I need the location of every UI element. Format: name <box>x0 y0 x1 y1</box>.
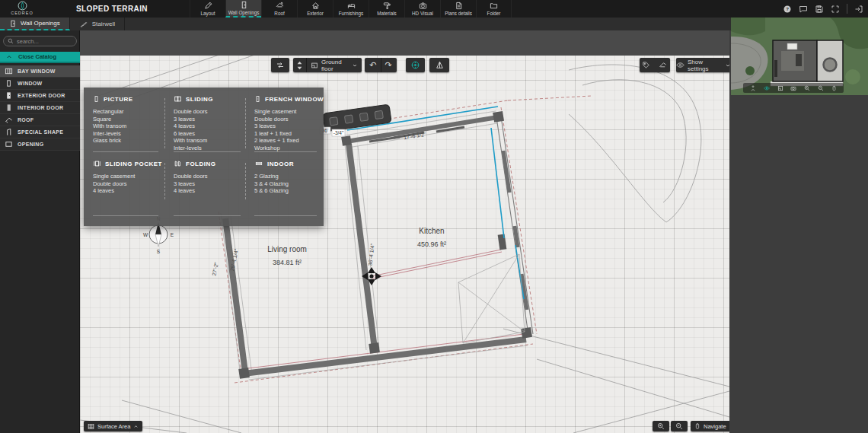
catalog-item[interactable]: 4 leaves <box>174 187 246 195</box>
widget-button-2[interactable] <box>344 115 353 123</box>
catalog-item[interactable]: With transom <box>174 137 246 145</box>
catalog-item[interactable]: Double doors <box>254 116 321 123</box>
room-area-living-room: 384.81 ft² <box>273 259 302 266</box>
cedreo-logo[interactable]: CEDREO <box>5 1 40 15</box>
plan-view-icon[interactable] <box>777 85 783 91</box>
stairs-outline[interactable] <box>458 254 525 343</box>
catalog-item[interactable]: 6 leaves <box>174 130 246 138</box>
catalog-item[interactable]: With transom <box>93 123 163 130</box>
catalog-item[interactable]: 3 leaves <box>174 180 246 188</box>
top-bar: CEDREO SLOPED TERRAIN Layout Wall Openin… <box>0 0 868 18</box>
tab-materials[interactable]: Materials <box>369 0 404 18</box>
catalog-item[interactable]: 5 & 6 Glazing <box>254 187 321 195</box>
compass-icon <box>410 60 420 70</box>
catalog-item[interactable]: Square <box>93 116 163 123</box>
compass-toggle-button[interactable] <box>406 58 425 72</box>
catalog-item[interactable]: 3 leaves <box>254 123 321 130</box>
tab-folder[interactable]: Folder <box>476 0 512 18</box>
catalog-item[interactable]: 4 leaves <box>93 187 163 195</box>
undo-button[interactable]: ↶ <box>365 58 380 72</box>
catalog-item[interactable]: 3 & 4 Glazing <box>254 180 321 188</box>
dimension-chip-b[interactable]: -3/4" <box>332 129 345 136</box>
3d-preview-viewport[interactable] <box>731 18 868 95</box>
subtab-wall-openings[interactable]: Wall Openings <box>0 18 70 30</box>
divider <box>93 215 158 216</box>
selection-context-toolbar[interactable] <box>323 104 391 132</box>
close-catalog-button[interactable]: Close Catalog <box>0 52 80 63</box>
category-window[interactable]: WINDOW <box>0 78 80 90</box>
help-icon[interactable]: ? <box>783 5 792 14</box>
camera-icon[interactable] <box>790 85 796 91</box>
catalog-item[interactable]: Double doors <box>174 173 246 180</box>
catalog-item[interactable]: Inter-levels <box>174 145 246 152</box>
zoom-in-button[interactable] <box>653 421 669 431</box>
catalog-item[interactable]: 3 leaves <box>174 116 246 123</box>
zoom-out-icon[interactable] <box>818 85 824 91</box>
interior-partition[interactable] <box>248 250 524 368</box>
roof-icon <box>276 2 284 10</box>
svg-text:?: ? <box>786 7 789 11</box>
svg-text:-3/4": -3/4" <box>333 130 344 135</box>
catalog-item[interactable]: Inter-levels <box>93 130 163 138</box>
catalog-item[interactable]: Glass brick <box>93 137 163 145</box>
tab-hd-visual[interactable]: HD Visual <box>404 0 440 18</box>
subtab-stairwell[interactable]: Stairwell <box>70 18 125 30</box>
floor-selector[interactable]: Ground floor <box>293 58 362 72</box>
aerial-view-icon[interactable] <box>764 85 770 91</box>
zoom-in-icon[interactable] <box>804 85 810 91</box>
category-bay-window[interactable]: BAY WINDOW <box>0 65 80 78</box>
picture-window-icon <box>93 95 100 103</box>
catalog-item[interactable]: Double doors <box>93 180 163 188</box>
floor-stepper[interactable] <box>293 58 306 72</box>
catalog-item[interactable]: Single casement <box>254 108 321 116</box>
catalog-item[interactable]: Workshop <box>254 145 321 152</box>
catalog-item[interactable]: 2 Glazing <box>254 173 321 180</box>
widget-button-4[interactable] <box>375 110 383 119</box>
wall-openings-catalog-panel: PICTURE Rectangular Square With transom … <box>84 88 324 226</box>
camera-icon <box>419 2 427 10</box>
surface-area-button[interactable]: Surface Area <box>84 421 142 431</box>
tab-furnishings[interactable]: Furnishings <box>333 0 369 18</box>
chevron-up-icon <box>6 54 12 60</box>
fullscreen-icon[interactable] <box>831 5 840 14</box>
switch-view-button[interactable] <box>271 58 289 72</box>
catalog-item[interactable]: Double doors <box>174 108 246 116</box>
pencil-icon <box>204 2 212 10</box>
interior-door-icon <box>5 103 13 112</box>
redo-button[interactable]: ↷ <box>381 58 396 72</box>
catalog-item[interactable]: 1 leaf + 1 fixed <box>254 130 321 138</box>
tab-exterior[interactable]: Exterior <box>297 0 333 18</box>
catalog-item[interactable]: 2 leaves + 1 fixed <box>254 137 321 145</box>
tag-tool-button[interactable] <box>638 58 654 72</box>
project-title: SLOPED TERRAIN <box>76 0 148 18</box>
tab-plans-details[interactable]: Plans details <box>440 0 476 18</box>
dimension-left-wall-outer[interactable]: 27'-2" <box>211 262 219 276</box>
category-special-shape[interactable]: SPECIAL SHAPE <box>0 126 80 138</box>
category-exterior-door[interactable]: EXTERIOR DOOR <box>0 90 80 102</box>
roof-tool-button[interactable] <box>654 58 672 72</box>
catalog-section-picture: PICTURE Rectangular Square With transom … <box>93 95 163 145</box>
zoom-out-button[interactable] <box>671 421 688 431</box>
catalog-item[interactable]: Rectangular <box>93 108 163 116</box>
widget-button-1[interactable] <box>330 117 338 126</box>
tab-roof[interactable]: Roof <box>261 0 297 18</box>
room-area-kitchen: 450.96 ft² <box>417 240 446 248</box>
category-roof[interactable]: ROOF <box>0 114 80 126</box>
catalog-item[interactable]: Single casement <box>93 173 163 180</box>
save-icon[interactable] <box>815 5 824 14</box>
chat-icon[interactable] <box>799 5 808 14</box>
exit-icon[interactable] <box>854 5 863 14</box>
category-opening[interactable]: OPENING <box>0 138 80 151</box>
terrain-view-button[interactable] <box>429 58 449 72</box>
widget-button-3[interactable] <box>359 113 368 121</box>
tab-layout[interactable]: Layout <box>190 0 225 18</box>
show-settings-button[interactable]: Show settings <box>676 58 731 72</box>
catalog-item[interactable]: 4 leaves <box>174 123 246 130</box>
paint-roller-icon <box>383 2 391 10</box>
search-input[interactable] <box>17 38 70 45</box>
walk-mode-icon[interactable] <box>750 85 756 91</box>
category-interior-door[interactable]: INTERIOR DOOR <box>0 102 80 114</box>
floor-dropdown[interactable]: Ground floor <box>307 58 348 72</box>
tab-wall-openings[interactable]: Wall Openings <box>225 0 261 18</box>
navigate-icon[interactable] <box>831 85 837 91</box>
